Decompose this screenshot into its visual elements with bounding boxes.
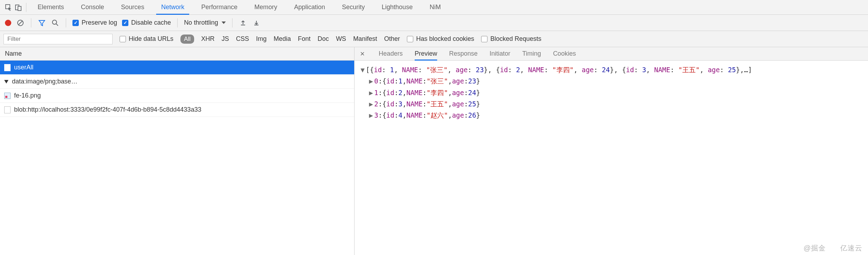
file-icon (4, 64, 11, 71)
watermark-2: 亿速云 (840, 243, 862, 253)
split-pane: Name userAlldata:image/png;base…fe-16.pn… (0, 47, 868, 255)
tab-nim[interactable]: NiM (421, 0, 449, 14)
device-toggle-icon[interactable] (13, 4, 23, 11)
tab-console[interactable]: Console (72, 0, 113, 14)
filter-types: XHRJSCSSImgMediaFontDocWSManifestOther (201, 35, 400, 43)
request-row[interactable]: data:image/png;base… (0, 75, 354, 89)
tab-lighthouse[interactable]: Lighthouse (373, 0, 421, 14)
tab-application[interactable]: Application (286, 0, 333, 14)
request-row[interactable]: userAll (0, 61, 354, 75)
detail-tab-response[interactable]: Response (449, 47, 478, 60)
devtools-tabstrip: ElementsConsoleSourcesNetworkPerformance… (0, 0, 868, 15)
filter-type-media[interactable]: Media (274, 35, 291, 43)
separator (177, 18, 178, 27)
throttling-label: No throttling (184, 19, 218, 26)
has-blocked-cookies-label: Has blocked cookies (416, 35, 474, 43)
filter-type-img[interactable]: Img (256, 35, 267, 43)
tab-security[interactable]: Security (333, 0, 373, 14)
main-tabs: ElementsConsoleSourcesNetworkPerformance… (29, 0, 449, 14)
disable-cache-checkbox[interactable]: Disable cache (122, 19, 171, 26)
clear-icon[interactable] (16, 19, 25, 27)
tab-elements[interactable]: Elements (29, 0, 72, 14)
filter-icon[interactable] (38, 19, 46, 27)
detail-tab-initiator[interactable]: Initiator (490, 47, 510, 60)
hide-data-urls-label: Hide data URLs (129, 35, 173, 43)
blocked-requests-label: Blocked Requests (490, 35, 541, 43)
has-blocked-cookies-checkbox[interactable]: Has blocked cookies (407, 35, 474, 43)
download-har-icon[interactable] (252, 19, 261, 27)
preserve-log-label: Preserve log (82, 19, 117, 26)
tab-memory[interactable]: Memory (246, 0, 286, 14)
filter-type-js[interactable]: JS (222, 35, 229, 43)
throttling-dropdown[interactable]: No throttling (184, 19, 226, 26)
svg-line-6 (56, 24, 58, 26)
detail-tabs: × HeadersPreviewResponseInitiatorTimingC… (355, 47, 868, 61)
filter-type-ws[interactable]: WS (336, 35, 346, 43)
triangle-icon (4, 80, 8, 83)
tab-network[interactable]: Network (153, 0, 193, 14)
detail-tab-headers[interactable]: Headers (379, 47, 403, 60)
filter-type-manifest[interactable]: Manifest (353, 35, 377, 43)
record-button[interactable] (5, 20, 11, 26)
separator (232, 18, 232, 27)
detail-pane: × HeadersPreviewResponseInitiatorTimingC… (355, 47, 868, 255)
tab-sources[interactable]: Sources (113, 0, 153, 14)
inspect-element-icon[interactable] (4, 4, 13, 11)
filter-type-other[interactable]: Other (384, 35, 400, 43)
request-row[interactable]: blob:http://localhost:3333/0e99f2fc-407f… (0, 103, 354, 117)
request-name: blob:http://localhost:3333/0e99f2fc-407f… (14, 106, 201, 113)
request-row[interactable]: fe-16.png (0, 89, 354, 103)
network-filter-bar: Hide data URLs All XHRJSCSSImgMediaFontD… (0, 31, 868, 47)
search-icon[interactable] (51, 19, 59, 27)
filter-type-xhr[interactable]: XHR (201, 35, 215, 43)
separator (31, 18, 31, 27)
disable-cache-label: Disable cache (131, 19, 171, 26)
blocked-requests-checkbox[interactable]: Blocked Requests (481, 35, 541, 43)
close-icon[interactable]: × (358, 49, 367, 58)
detail-tab-timing[interactable]: Timing (522, 47, 541, 60)
upload-har-icon[interactable] (239, 19, 247, 27)
request-rows: userAlldata:image/png;base…fe-16.pngblob… (0, 61, 354, 117)
watermark-1: @掘金 (804, 243, 826, 253)
request-name: fe-16.png (14, 92, 41, 99)
network-toolbar: Preserve log Disable cache No throttling (0, 15, 868, 31)
filter-input[interactable] (4, 34, 113, 44)
image-icon (4, 93, 11, 99)
filter-type-doc[interactable]: Doc (318, 35, 329, 43)
preserve-log-checkbox[interactable]: Preserve log (72, 19, 117, 26)
svg-point-5 (52, 20, 57, 24)
request-name: userAll (14, 64, 33, 71)
filter-type-css[interactable]: CSS (236, 35, 249, 43)
svg-line-4 (18, 21, 23, 25)
preview-panel: ▼[{id: 1, NAME: "张三", age: 23}, {id: 2, … (355, 61, 868, 121)
detail-tab-preview[interactable]: Preview (415, 47, 437, 60)
column-header-name[interactable]: Name (0, 47, 354, 61)
separator (26, 3, 26, 12)
hide-data-urls-checkbox[interactable]: Hide data URLs (120, 35, 173, 43)
filter-type-font[interactable]: Font (298, 35, 311, 43)
request-name: data:image/png;base… (12, 78, 77, 85)
blank-icon (4, 106, 11, 113)
detail-tab-cookies[interactable]: Cookies (553, 47, 576, 60)
filter-type-all[interactable]: All (180, 35, 194, 44)
chevron-down-icon (222, 21, 226, 24)
request-list-pane: Name userAlldata:image/png;base…fe-16.pn… (0, 47, 355, 255)
tab-performance[interactable]: Performance (193, 0, 246, 14)
separator (66, 18, 66, 27)
svg-rect-2 (18, 6, 21, 11)
